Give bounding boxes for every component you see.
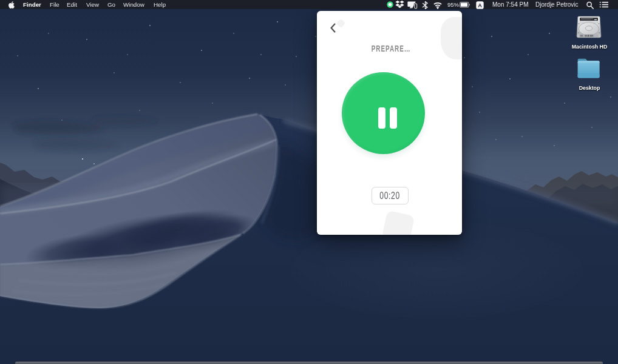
svg-text:A: A <box>478 2 482 8</box>
